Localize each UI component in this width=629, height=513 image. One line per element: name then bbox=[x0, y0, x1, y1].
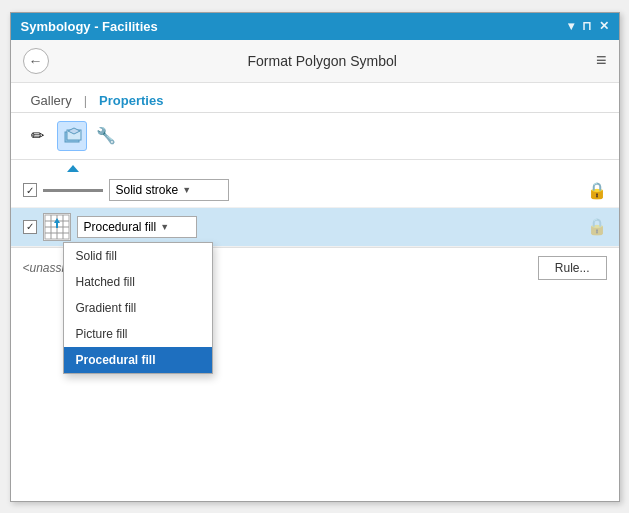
pin-button[interactable]: ▾ bbox=[568, 19, 574, 33]
layers-container: Solid stroke ▼ 🔒 bbox=[11, 174, 619, 501]
dropdown-item-picture-fill[interactable]: Picture fill bbox=[64, 321, 212, 347]
format-polygon-title: Format Polygon Symbol bbox=[49, 53, 596, 69]
caret-indicator bbox=[67, 164, 79, 172]
dock-button[interactable]: ⊓ bbox=[582, 19, 591, 33]
toolbar-caret-area bbox=[11, 160, 619, 174]
nav-tabs: Gallery | Properties bbox=[11, 83, 619, 113]
stroke-preview bbox=[43, 189, 103, 192]
properties-tab[interactable]: Properties bbox=[91, 89, 171, 112]
fill-type-dropdown[interactable]: Procedural fill ▼ bbox=[77, 216, 197, 238]
fill-layer-row: Procedural fill ▼ 🔒 Solid fill Hatched f… bbox=[11, 208, 619, 247]
close-button[interactable]: ✕ bbox=[599, 19, 609, 33]
header-bar: ← Format Polygon Symbol ≡ bbox=[11, 40, 619, 83]
fill-lock-icon[interactable]: 🔒 bbox=[587, 217, 607, 236]
active-caret bbox=[58, 162, 88, 172]
dropdown-item-hatched-fill[interactable]: Hatched fill bbox=[64, 269, 212, 295]
nav-divider: | bbox=[84, 93, 87, 108]
stroke-dropdown-arrow: ▼ bbox=[182, 185, 191, 195]
gallery-tab[interactable]: Gallery bbox=[23, 89, 80, 112]
title-bar: Symbology - Facilities ▾ ⊓ ✕ bbox=[11, 13, 619, 40]
fill-layer-checkbox[interactable] bbox=[23, 220, 37, 234]
fill-type-dropdown-menu: Solid fill Hatched fill Gradient fill Pi… bbox=[63, 242, 213, 374]
stroke-type-dropdown[interactable]: Solid stroke ▼ bbox=[109, 179, 229, 201]
fill-dropdown-area: Procedural fill ▼ bbox=[77, 216, 581, 238]
stroke-layer-checkbox[interactable] bbox=[23, 183, 37, 197]
title-bar-controls: ▾ ⊓ ✕ bbox=[568, 19, 609, 33]
layers-button[interactable] bbox=[57, 121, 87, 151]
dropdown-item-procedural-fill[interactable]: Procedural fill bbox=[64, 347, 212, 373]
layers-icon bbox=[62, 126, 82, 146]
pencil-icon: ✏ bbox=[31, 126, 44, 145]
stroke-type-label: Solid stroke bbox=[116, 183, 179, 197]
stroke-dropdown-area: Solid stroke ▼ bbox=[109, 179, 581, 201]
back-icon: ← bbox=[29, 53, 43, 69]
stroke-lock-icon[interactable]: 🔒 bbox=[587, 181, 607, 200]
dropdown-item-gradient-fill[interactable]: Gradient fill bbox=[64, 295, 212, 321]
svg-rect-11 bbox=[56, 223, 58, 228]
fill-dropdown-arrow: ▼ bbox=[160, 222, 169, 232]
fill-type-label: Procedural fill bbox=[84, 220, 157, 234]
pencil-button[interactable]: ✏ bbox=[23, 121, 53, 151]
panel-title: Symbology - Facilities bbox=[21, 19, 158, 34]
toolbar: ✏ 🔧 bbox=[11, 113, 619, 160]
wrench-button[interactable]: 🔧 bbox=[91, 121, 121, 151]
menu-icon[interactable]: ≡ bbox=[596, 50, 607, 71]
wrench-icon: 🔧 bbox=[96, 126, 116, 145]
back-button[interactable]: ← bbox=[23, 48, 49, 74]
dropdown-item-solid-fill[interactable]: Solid fill bbox=[64, 243, 212, 269]
fill-layer-icon bbox=[43, 213, 71, 241]
stroke-layer-row: Solid stroke ▼ 🔒 bbox=[11, 174, 619, 208]
rule-button[interactable]: Rule... bbox=[538, 256, 607, 280]
symbology-panel: Symbology - Facilities ▾ ⊓ ✕ ← Format Po… bbox=[10, 12, 620, 502]
